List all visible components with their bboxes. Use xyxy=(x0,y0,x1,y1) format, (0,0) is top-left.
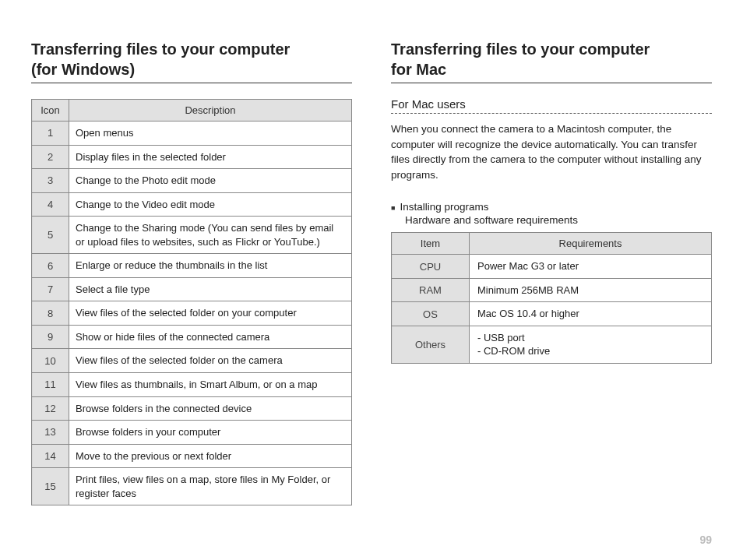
table-row: 2Display files in the selected folder xyxy=(32,145,352,169)
description-cell: View files as thumbnails, in Smart Album… xyxy=(69,373,352,397)
item-cell: OS xyxy=(392,302,470,326)
heading-line1: Transferring files to your computer xyxy=(391,41,650,58)
table-row: OSMac OS 10.4 or higher xyxy=(392,302,712,326)
page-number: 99 xyxy=(699,534,712,546)
page: Transferring files to your computer (for… xyxy=(0,0,743,560)
icon-cell: 2 xyxy=(32,145,69,169)
table-row: 8View files of the selected folder on yo… xyxy=(32,301,352,326)
table-row: 10View files of the selected folder on t… xyxy=(32,349,352,373)
heading-line1: Transferring files to your computer xyxy=(31,41,290,58)
hardware-software-requirements-heading: Hardware and software requirements xyxy=(405,214,712,226)
description-cell: Open menus xyxy=(69,122,352,146)
table-header-row: Icon Description xyxy=(32,100,352,122)
requirements-table: Item Requirements CPUPower Mac G3 or lat… xyxy=(391,232,712,364)
table-row: RAMMinimum 256MB RAM xyxy=(392,278,712,302)
icon-cell: 10 xyxy=(32,349,69,373)
icon-cell: 9 xyxy=(32,325,69,349)
icon-cell: 5 xyxy=(32,217,69,254)
mac-intro-paragraph: When you connect the camera to a Macinto… xyxy=(391,122,712,182)
item-cell: CPU xyxy=(392,255,470,279)
column-mac: Transferring files to your computer for … xyxy=(391,39,712,544)
description-cell: Change to the Video edit mode xyxy=(69,192,352,217)
table-row: 6Enlarge or reduce the thumbnails in the… xyxy=(32,254,352,278)
description-cell: View files of the selected folder on the… xyxy=(69,349,352,373)
th-icon: Icon xyxy=(32,100,69,122)
table-row: 12Browse folders in the connected device xyxy=(32,396,352,421)
description-cell: Move to the previous or next folder xyxy=(69,444,352,468)
req-table-body: CPUPower Mac G3 or laterRAMMinimum 256MB… xyxy=(392,255,712,364)
table-row: 1Open menus xyxy=(32,122,352,146)
icon-cell: 8 xyxy=(32,301,69,326)
description-cell: Change to the Photo edit mode xyxy=(69,169,352,193)
icon-cell: 15 xyxy=(32,468,69,505)
table-header-row: Item Requirements xyxy=(392,233,712,255)
icon-cell: 11 xyxy=(32,373,69,397)
table-row: 7Select a file type xyxy=(32,277,352,301)
description-cell: Display files in the selected folder xyxy=(69,145,352,169)
icon-cell: 3 xyxy=(32,169,69,193)
subheading-for-mac-users: For Mac users xyxy=(391,97,712,114)
requirement-cell: Mac OS 10.4 or higher xyxy=(470,302,712,326)
description-cell: View files of the selected folder on you… xyxy=(69,301,352,326)
installing-programs-heading: Installing programs xyxy=(391,201,712,213)
icon-cell: 4 xyxy=(32,192,69,217)
requirement-cell: - USB port - CD-ROM drive xyxy=(470,326,712,363)
table-row: 11View files as thumbnails, in Smart Alb… xyxy=(32,373,352,397)
item-cell: RAM xyxy=(392,278,470,302)
heading-line2: for Mac xyxy=(391,61,446,78)
item-cell: Others xyxy=(392,326,470,363)
description-cell: Browse folders in the connected device xyxy=(69,396,352,421)
table-row: 3Change to the Photo edit mode xyxy=(32,169,352,193)
description-cell: Show or hide files of the connected came… xyxy=(69,325,352,349)
icon-cell: 14 xyxy=(32,444,69,468)
th-description: Description xyxy=(69,100,352,122)
description-cell: Enlarge or reduce the thumbnails in the … xyxy=(69,254,352,278)
description-cell: Select a file type xyxy=(69,277,352,301)
icon-cell: 1 xyxy=(32,122,69,146)
requirement-cell: Minimum 256MB RAM xyxy=(470,278,712,302)
table-row: 9Show or hide files of the connected cam… xyxy=(32,325,352,349)
heading-mac: Transferring files to your computer for … xyxy=(391,39,712,83)
heading-line2: (for Windows) xyxy=(31,61,135,78)
description-cell: Browse folders in your computer xyxy=(69,421,352,445)
icon-cell: 13 xyxy=(32,421,69,445)
heading-windows: Transferring files to your computer (for… xyxy=(31,39,352,83)
table-row: 5Change to the Sharing mode (You can sen… xyxy=(32,217,352,254)
th-item: Item xyxy=(392,233,470,255)
description-cell: Change to the Sharing mode (You can send… xyxy=(69,217,352,254)
icon-cell: 7 xyxy=(32,277,69,301)
table-row: 4Change to the Video edit mode xyxy=(32,192,352,217)
icon-table-body: 1Open menus2Display files in the selecte… xyxy=(32,122,352,505)
th-requirements: Requirements xyxy=(470,233,712,255)
table-row: 13Browse folders in your computer xyxy=(32,421,352,445)
table-row: CPUPower Mac G3 or later xyxy=(392,255,712,279)
column-windows: Transferring files to your computer (for… xyxy=(31,39,352,544)
description-cell: Print files, view files on a map, store … xyxy=(69,468,352,505)
icon-description-table: Icon Description 1Open menus2Display fil… xyxy=(31,99,352,505)
icon-cell: 12 xyxy=(32,396,69,421)
icon-cell: 6 xyxy=(32,254,69,278)
table-row: 14Move to the previous or next folder xyxy=(32,444,352,468)
table-row: Others- USB port - CD-ROM drive xyxy=(392,326,712,363)
table-row: 15Print files, view files on a map, stor… xyxy=(32,468,352,505)
requirement-cell: Power Mac G3 or later xyxy=(470,255,712,279)
